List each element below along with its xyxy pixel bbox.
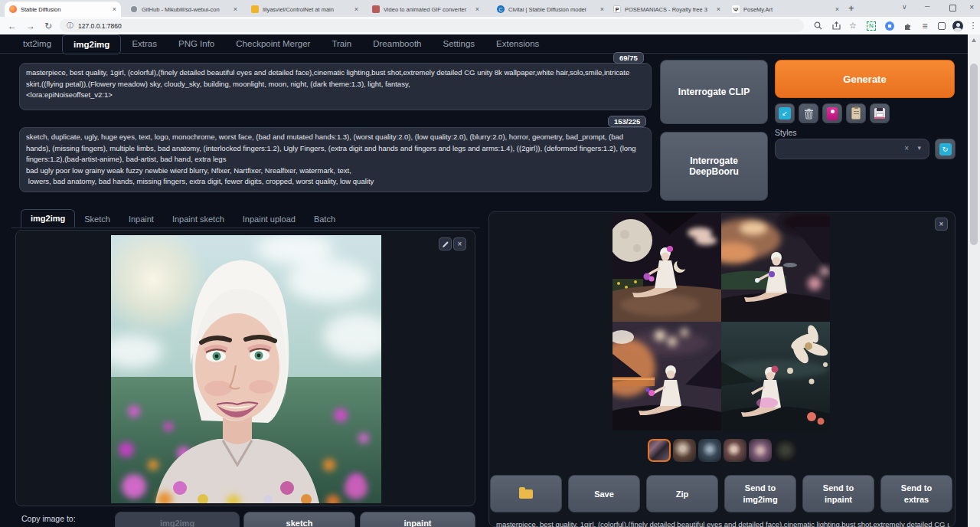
tab-title: POSEMANIACS - Royalty free 3 — [625, 6, 713, 13]
interrogate-deepbooru-button[interactable]: Interrogate DeepBooru — [660, 132, 768, 201]
close-gallery-button[interactable]: × — [935, 218, 948, 231]
window-maximize-button[interactable] — [949, 5, 956, 11]
clear-styles-icon[interactable]: × — [904, 144, 909, 152]
browser-tab-posemyart[interactable]: Ψ PoseMy.Art × — [727, 2, 844, 17]
tab-title: Stable Diffusion — [21, 6, 109, 13]
browser-tab-stable-diffusion[interactable]: Stable Diffusion × — [5, 2, 121, 17]
negative-prompt-input[interactable]: sketch, duplicate, ugly, huge eyes, text… — [19, 127, 652, 192]
site-info-icon[interactable]: ⓘ — [67, 21, 74, 31]
apply-styles-button[interactable] — [846, 103, 866, 123]
window-minimize-button[interactable]: ─ — [925, 2, 929, 10]
remove-image-button[interactable]: × — [453, 237, 466, 250]
profile-avatar[interactable] — [951, 17, 965, 34]
copy-to-sketch-button[interactable]: sketch — [243, 512, 355, 527]
clipboard-icon — [851, 107, 861, 119]
back-icon[interactable]: ← — [6, 17, 18, 34]
gallery-image-1[interactable] — [612, 213, 721, 322]
new-tab-button[interactable]: + — [848, 2, 854, 14]
main-tabs: txt2img img2img Extras PNG Info Checkpoi… — [0, 34, 968, 54]
scrollbar-up-arrow[interactable] — [972, 38, 976, 42]
posemaniacs-favicon: P — [613, 5, 621, 13]
browser-menu-icon[interactable]: ⋮ — [968, 17, 978, 34]
browser-tab-civitai[interactable]: C Civitai | Stable Diffusion model × — [492, 2, 609, 17]
tab-close-icon[interactable]: × — [717, 5, 720, 13]
gallery-thumbnail-5[interactable] — [749, 439, 772, 462]
copy-to-inpaint-button[interactable]: inpaint — [360, 512, 475, 527]
share-icon[interactable] — [830, 17, 842, 34]
civitai-favicon: C — [497, 5, 505, 13]
tab-img2img[interactable]: img2img — [62, 34, 121, 54]
forward-icon[interactable]: → — [24, 17, 37, 34]
save-style-button[interactable] — [870, 103, 890, 123]
prompt-input[interactable]: masterpiece, best quality, 1girl, (color… — [19, 63, 652, 110]
zoom-icon[interactable] — [812, 17, 824, 34]
tab-extensions[interactable]: Extensions — [485, 34, 550, 54]
gallery-thumbnail-3[interactable] — [698, 439, 721, 462]
bookmark-star-icon[interactable]: ☆ — [847, 17, 859, 34]
tab-checkpoint-merger[interactable]: Checkpoint Merger — [225, 34, 321, 54]
send-to-extras-button[interactable]: Send to extras — [880, 475, 952, 512]
tab-search-icon[interactable]: ∨ — [902, 3, 907, 11]
tab-close-icon[interactable]: × — [234, 5, 237, 13]
tab-png-info[interactable]: PNG Info — [168, 34, 225, 54]
gallery-thumbnail-2[interactable] — [673, 439, 696, 462]
styles-dropdown[interactable]: × ▾ — [775, 139, 929, 159]
extensions-puzzle-icon[interactable] — [902, 17, 914, 34]
gallery-thumbnail-6[interactable] — [774, 439, 797, 462]
tab-close-icon[interactable]: × — [113, 5, 116, 13]
browser-tab-gif-converter[interactable]: Video to animated GIF converter × — [368, 2, 484, 17]
tab-txt2img[interactable]: txt2img — [12, 34, 62, 54]
edit-image-button[interactable] — [439, 237, 452, 250]
tab-dreambooth[interactable]: Dreambooth — [362, 34, 432, 54]
sidebar-icon[interactable] — [936, 17, 948, 34]
folder-icon — [519, 489, 533, 499]
reload-icon[interactable]: ↻ — [42, 17, 54, 34]
browser-tab-posemaniacs[interactable]: P POSEMANIACS - Royalty free 3 × — [609, 2, 725, 17]
address-bar[interactable]: ⓘ 127.0.0.1:7860 — [60, 19, 804, 32]
gallery-thumbnail-4[interactable] — [724, 439, 746, 462]
extra-networks-button[interactable] — [822, 103, 842, 123]
mode-tab-inpaint-upload[interactable]: Inpaint upload — [234, 211, 305, 227]
interrogate-clip-button[interactable]: Interrogate CLIP — [660, 60, 768, 124]
clear-prompt-button[interactable] — [799, 103, 818, 123]
browser-tab-controlnet[interactable]: Illyasviel/ControlNet at main × — [247, 2, 363, 17]
floppy-disk-icon — [874, 108, 885, 119]
trash-icon — [804, 108, 814, 119]
tab-close-icon[interactable]: × — [354, 5, 358, 13]
dropdown-caret-icon[interactable]: ▾ — [917, 144, 921, 152]
source-image[interactable] — [111, 235, 381, 503]
send-to-inpaint-button[interactable]: Send to inpaint — [802, 475, 874, 512]
tab-close-icon[interactable]: × — [475, 5, 479, 13]
reading-list-icon[interactable]: ≡ — [919, 17, 931, 34]
page-scrollbar-thumb[interactable] — [970, 64, 978, 245]
mode-tab-batch[interactable]: Batch — [305, 211, 345, 227]
zip-button[interactable]: Zip — [646, 475, 718, 512]
browser-tab-github[interactable]: GitHub - Mikubill/sd-webui-con × — [126, 2, 242, 17]
mode-tab-img2img[interactable]: img2img — [21, 209, 75, 227]
generate-button[interactable]: Generate — [775, 60, 955, 98]
save-button[interactable]: Save — [568, 475, 640, 512]
open-folder-button[interactable] — [490, 475, 562, 512]
browser-tabstrip: Stable Diffusion × GitHub - Mikubill/sd-… — [0, 0, 980, 17]
send-to-img2img-button[interactable]: Send to img2img — [724, 475, 796, 512]
tab-train[interactable]: Train — [321, 34, 362, 54]
paste-arrow-icon: ↙ — [779, 107, 791, 119]
tab-extras[interactable]: Extras — [121, 34, 168, 54]
mode-tab-inpaint-sketch[interactable]: Inpaint sketch — [163, 211, 234, 227]
gallery-image-4[interactable] — [721, 322, 830, 430]
tab-close-icon[interactable]: × — [600, 5, 604, 13]
gallery-image-2[interactable] — [721, 213, 830, 322]
tab-settings[interactable]: Settings — [433, 34, 486, 54]
url-text: 127.0.0.1:7860 — [78, 22, 122, 30]
refresh-styles-button[interactable]: ↻ — [935, 139, 956, 159]
gallery-image-3[interactable] — [612, 322, 721, 430]
gallery-thumbnail-1-selected[interactable] — [648, 439, 671, 462]
styles-label: Styles — [775, 128, 797, 137]
extension-n-icon[interactable]: N — [865, 17, 877, 34]
paste-params-button[interactable]: ↙ — [775, 103, 795, 123]
tab-close-icon[interactable]: × — [835, 5, 839, 13]
window-close-button[interactable]: × — [969, 2, 974, 11]
extension-blue-icon[interactable] — [884, 17, 896, 34]
mode-tab-sketch[interactable]: Sketch — [75, 211, 119, 227]
mode-tab-inpaint[interactable]: Inpaint — [119, 211, 163, 227]
